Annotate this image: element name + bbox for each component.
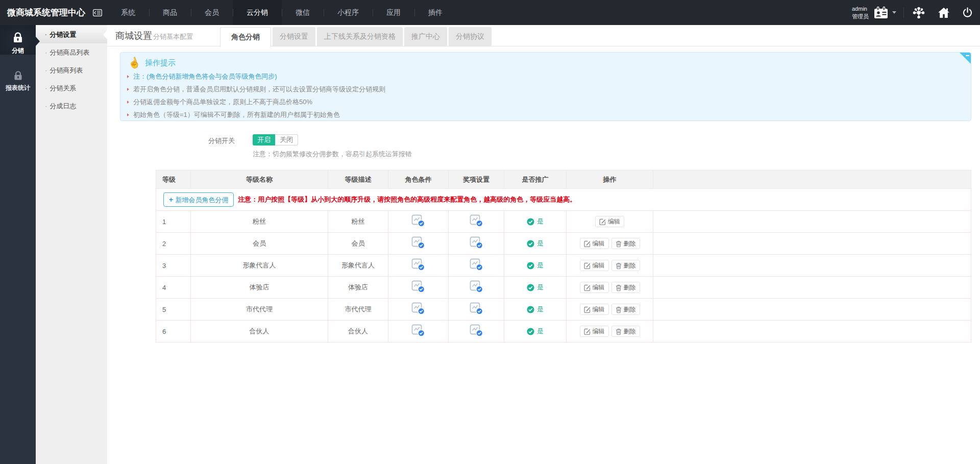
promote-status: 是 xyxy=(527,261,544,270)
submenu-item-3[interactable]: ·分销商列表 xyxy=(36,61,107,79)
edit-button[interactable]: 编辑 xyxy=(580,282,609,293)
role-condition-icon[interactable] xyxy=(411,221,425,229)
role-condition-icon[interactable] xyxy=(411,287,425,295)
edit-button[interactable]: 编辑 xyxy=(595,216,624,227)
reward-setting-icon[interactable] xyxy=(470,287,483,295)
tab-3[interactable]: 上下线关系及分销资格 xyxy=(317,27,403,46)
tab-2[interactable]: 分销设置 xyxy=(273,27,315,46)
edit-button[interactable]: 编辑 xyxy=(580,238,609,249)
bullet-arrow-icon xyxy=(127,113,129,116)
delete-button[interactable]: 删除 xyxy=(611,282,640,293)
role-condition-icon[interactable] xyxy=(411,331,425,338)
col-header-2: 等级名称 xyxy=(191,170,328,189)
nav-item-7[interactable]: 应用 xyxy=(373,0,414,25)
edit-button[interactable]: 编辑 xyxy=(580,326,609,337)
delete-button[interactable]: 删除 xyxy=(611,304,640,315)
main-nav: 系统商品会员云分销微信小程序应用插件 xyxy=(107,0,456,25)
add-role-button[interactable]: +新增会员角色分佣 xyxy=(163,192,234,207)
col-header-6: 是否推广 xyxy=(504,170,567,189)
col-header-3: 等级描述 xyxy=(328,170,388,189)
edit-button[interactable]: 编辑 xyxy=(580,304,609,315)
edit-button[interactable]: 编辑 xyxy=(580,260,609,271)
switch-on-button[interactable]: 开启 xyxy=(253,134,275,145)
role-condition-icon[interactable] xyxy=(411,309,425,316)
cell-desc: 体验店 xyxy=(328,277,388,299)
minus-icon xyxy=(966,55,969,56)
role-condition-icon[interactable] xyxy=(411,243,425,251)
submenu-item-1[interactable]: ·分销设置 xyxy=(36,26,107,43)
nav-item-1[interactable]: 系统 xyxy=(107,0,149,25)
submenu-label: 分销关系 xyxy=(50,84,76,92)
submenu-item-4[interactable]: ·分销关系 xyxy=(36,79,107,97)
cell-name: 合伙人 xyxy=(191,321,328,343)
submenu-label: 分成日志 xyxy=(50,102,76,110)
col-header-1: 等级 xyxy=(156,170,191,189)
lock-icon xyxy=(0,69,36,83)
cell-name: 会员 xyxy=(191,233,328,255)
cell-actions: 编辑删除 xyxy=(567,233,653,255)
nav-item-4[interactable]: 云分销 xyxy=(233,0,282,25)
bullet-arrow-icon xyxy=(127,101,129,104)
nav-item-5[interactable]: 微信 xyxy=(282,0,324,25)
submenu-item-5[interactable]: ·分成日志 xyxy=(36,97,107,115)
user-card-icon[interactable] xyxy=(873,6,889,19)
role-row-3: 3形象代言人形象代言人是编辑删除 xyxy=(156,255,971,277)
topbar: 微商城系统管理中心 系统商品会员云分销微信小程序应用插件 admin 管理员 xyxy=(0,0,980,25)
tab-4[interactable]: 推广中心 xyxy=(404,27,447,46)
role-row-6: 6合伙人合伙人是编辑删除 xyxy=(156,321,971,343)
submenu-item-2[interactable]: ·分销商品列表 xyxy=(36,43,107,61)
collapse-corner[interactable] xyxy=(960,53,971,64)
switch-off-button[interactable]: 关闭 xyxy=(275,134,298,145)
cell-name: 体验店 xyxy=(191,277,328,299)
nav-item-2[interactable]: 商品 xyxy=(149,0,191,25)
share-network-icon[interactable] xyxy=(912,7,925,19)
reward-setting-icon[interactable] xyxy=(470,265,483,273)
user-info: admin 管理员 xyxy=(852,5,869,20)
promote-status: 是 xyxy=(527,239,544,248)
plus-icon: + xyxy=(169,196,173,204)
nav-item-6[interactable]: 小程序 xyxy=(324,0,373,25)
level-warning-text: 注意：用户按照【等级】从小到大的顺序升级，请按照角色的高级程度来配置角色，越高级… xyxy=(238,196,576,203)
cell-name: 粉丝 xyxy=(191,211,328,233)
delete-button[interactable]: 删除 xyxy=(611,238,640,249)
cell-actions: 编辑删除 xyxy=(567,299,653,321)
col-header-5: 奖项设置 xyxy=(449,170,504,189)
check-circle-icon xyxy=(527,240,534,248)
tab-bar: 角色分销分销设置上下线关系及分销资格推广中心分销协议 xyxy=(220,27,492,47)
distribution-switch: 开启 关闭 xyxy=(253,134,298,145)
col-header-4: 角色条件 xyxy=(388,170,449,189)
reward-setting-icon[interactable] xyxy=(470,309,483,316)
cell-level: 5 xyxy=(156,299,191,321)
page-title: 商城设置 xyxy=(115,30,152,42)
chevron-down-icon[interactable] xyxy=(892,11,896,14)
home-icon[interactable] xyxy=(938,7,950,18)
delete-button[interactable]: 删除 xyxy=(611,260,640,271)
sidebar-item-reports[interactable]: 报表统计 xyxy=(0,69,36,96)
content-header: 商城设置 分销基本配置 角色分销分销设置上下线关系及分销资格推广中心分销协议 xyxy=(107,25,980,46)
cell-empty xyxy=(653,277,971,299)
reward-setting-icon[interactable] xyxy=(470,243,483,251)
topbar-divider xyxy=(903,8,904,18)
sidebar-item-label: 分销 xyxy=(0,46,36,55)
nav-item-8[interactable]: 插件 xyxy=(414,0,456,25)
role-condition-icon[interactable] xyxy=(411,265,425,273)
bullet-arrow-icon xyxy=(127,75,129,78)
reward-setting-icon[interactable] xyxy=(470,331,483,338)
tip-line-2: 若开启角色分销，普通会员启用默认分销规则，还可以去设置分销商等级设定分销规则 xyxy=(127,83,971,95)
cell-level: 3 xyxy=(156,255,191,277)
tab-5[interactable]: 分销协议 xyxy=(449,27,492,46)
reward-setting-icon[interactable] xyxy=(470,221,483,229)
cell-name: 市代代理 xyxy=(191,299,328,321)
delete-button[interactable]: 删除 xyxy=(611,326,640,337)
menu-fold-icon[interactable] xyxy=(93,9,102,16)
bullet: · xyxy=(45,48,47,56)
primary-sidebar: 分销 报表统计 xyxy=(0,25,36,464)
content-body: ☝ 操作提示 注：(角色分销新增角色将会与会员等级角色同步)若开启角色分销，普通… xyxy=(107,46,980,464)
switch-label: 分销开关 xyxy=(208,136,235,145)
nav-item-3[interactable]: 会员 xyxy=(191,0,233,25)
cell-actions: 编辑删除 xyxy=(567,321,653,343)
tab-1[interactable]: 角色分销 xyxy=(220,27,271,47)
sidebar-item-fenxiao[interactable]: 分销 xyxy=(0,25,36,55)
cell-level: 2 xyxy=(156,233,191,255)
logout-power-icon[interactable] xyxy=(962,7,973,18)
